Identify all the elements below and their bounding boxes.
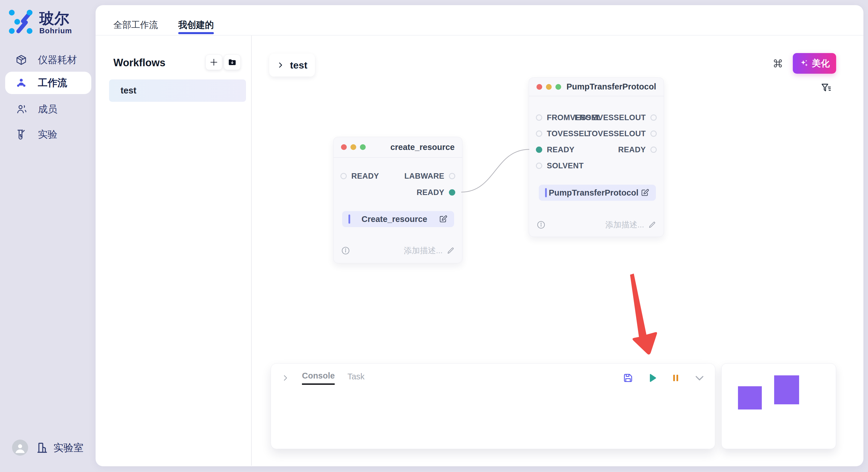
port-label: TOVESSEL: [547, 129, 589, 138]
info-icon[interactable]: [536, 220, 546, 229]
traffic-yellow-dot: [546, 84, 552, 90]
traffic-yellow-dot: [350, 144, 356, 150]
traffic-green-dot: [555, 84, 561, 90]
node-action-pill[interactable]: Create_resource: [342, 211, 454, 227]
output-port-fromvesselout[interactable]: FROMVESSELOUT: [575, 111, 657, 124]
member-icon: [16, 103, 27, 115]
workspace-switcher[interactable]: 实验室: [36, 441, 84, 454]
run-button[interactable]: [647, 372, 658, 383]
sparkles-icon: [799, 59, 809, 68]
user-group-icon: [16, 77, 27, 89]
traffic-red-dot: [536, 84, 542, 90]
layout-button[interactable]: [772, 57, 784, 70]
pill-label: Create_resource: [350, 214, 439, 224]
building-icon: [36, 441, 49, 454]
node-header[interactable]: PumpTransferProtocol: [529, 78, 663, 96]
sidebar-item-members[interactable]: 成员: [5, 98, 91, 121]
chevron-down-icon: [694, 372, 705, 384]
input-port-tovessel[interactable]: TOVESSEL: [536, 127, 589, 140]
traffic-dots: [536, 84, 561, 90]
beautify-label: 美化: [812, 57, 830, 69]
pencil-icon[interactable]: [446, 247, 455, 255]
port-label: READY: [618, 145, 646, 154]
node-create-resource[interactable]: create_resource READY LABWARE READY Crea…: [333, 137, 462, 263]
port-label: READY: [547, 145, 575, 154]
filter-button[interactable]: [820, 81, 832, 94]
pause-icon: [671, 373, 681, 383]
folder-download-icon: [228, 58, 237, 67]
person-icon: [14, 442, 26, 454]
task-tab[interactable]: Task: [347, 372, 365, 384]
port-label: READY: [351, 172, 379, 181]
port-dot-connected[interactable]: [449, 189, 455, 196]
port-label: SOLVENT: [547, 162, 584, 170]
output-port-labware[interactable]: LABWARE: [404, 170, 455, 182]
output-port-tovesselout[interactable]: TOVESSELOUT: [587, 127, 657, 140]
test-tube-icon: [16, 129, 27, 140]
node-title: create_resource: [391, 142, 455, 152]
port-dot[interactable]: [650, 114, 657, 121]
node-description[interactable]: 添加描述...: [606, 220, 656, 230]
workflows-panel-title: Workflows: [113, 57, 165, 69]
breadcrumb-workflow[interactable]: test: [269, 54, 315, 76]
info-icon[interactable]: [341, 246, 350, 255]
input-port-solvent[interactable]: SOLVENT: [536, 160, 584, 172]
sidebar-item-workflows[interactable]: 工作流: [5, 72, 91, 94]
sidebar-item-label: 工作流: [38, 76, 67, 90]
port-dot[interactable]: [449, 173, 455, 179]
package-icon: [16, 54, 27, 66]
node-header[interactable]: create_resource: [334, 137, 462, 158]
app-title-cn: 玻尔: [39, 9, 69, 29]
tab-my-created[interactable]: 我创建的: [178, 19, 214, 31]
import-workflow-button[interactable]: [224, 55, 241, 70]
node-action-pill[interactable]: PumpTransferProtocol: [539, 185, 656, 201]
port-dot-connected[interactable]: [536, 146, 542, 153]
add-workflow-button[interactable]: [206, 55, 222, 70]
description-placeholder: 添加描述...: [606, 220, 644, 230]
port-dot[interactable]: [340, 173, 347, 179]
description-placeholder: 添加描述...: [404, 245, 443, 256]
minimap[interactable]: [721, 363, 836, 449]
workflow-list-item-test[interactable]: test: [109, 79, 246, 102]
port-label: TOVESSELOUT: [587, 129, 646, 138]
port-dot[interactable]: [650, 146, 657, 153]
save-button[interactable]: [623, 372, 633, 383]
output-port-ready[interactable]: READY: [618, 143, 657, 156]
tabs-divider: [96, 35, 863, 36]
workspace-label: 实验室: [53, 441, 84, 454]
user-avatar[interactable]: [12, 440, 28, 456]
port-dot[interactable]: [650, 131, 657, 137]
breadcrumb-label: test: [290, 60, 307, 71]
pencil-icon[interactable]: [648, 221, 656, 229]
input-port-ready[interactable]: READY: [340, 170, 379, 182]
tab-all-workflows[interactable]: 全部工作流: [113, 19, 158, 31]
node-description[interactable]: 添加描述...: [404, 245, 455, 256]
output-port-ready[interactable]: READY: [416, 186, 455, 199]
node-pump-transfer-protocol[interactable]: PumpTransferProtocol FROMVESSEL TOVESSEL…: [529, 77, 664, 237]
expand-chevron-icon[interactable]: [281, 374, 289, 382]
panel-divider: [251, 36, 252, 466]
active-tab-underline: [178, 32, 214, 34]
console-output-area[interactable]: [271, 392, 715, 449]
beautify-button[interactable]: 美化: [793, 53, 836, 74]
console-panel: Console Task: [271, 363, 715, 449]
input-port-ready[interactable]: READY: [536, 143, 575, 156]
edit-square-icon[interactable]: [439, 214, 448, 224]
traffic-red-dot: [341, 144, 347, 150]
console-tab[interactable]: Console: [302, 371, 335, 385]
sidebar-item-instruments[interactable]: 仪器耗材: [5, 49, 91, 71]
port-dot[interactable]: [536, 131, 542, 137]
sidebar-item-label: 成员: [38, 103, 57, 116]
pause-button[interactable]: [671, 373, 681, 383]
traffic-dots: [341, 144, 366, 150]
sidebar: 玻尔 Bohrium 仪器耗材 工作流 成员: [0, 0, 96, 472]
command-grid-icon: [772, 58, 783, 69]
edit-square-icon[interactable]: [640, 188, 650, 197]
node-title: PumpTransferProtocol: [566, 82, 656, 92]
sidebar-item-experiments[interactable]: 实验: [5, 123, 91, 146]
collapse-panel-button[interactable]: [694, 372, 705, 384]
port-label: READY: [416, 188, 444, 197]
port-dot[interactable]: [536, 114, 542, 121]
minimap-node-pump-transfer: [774, 375, 799, 404]
port-dot[interactable]: [536, 163, 542, 169]
